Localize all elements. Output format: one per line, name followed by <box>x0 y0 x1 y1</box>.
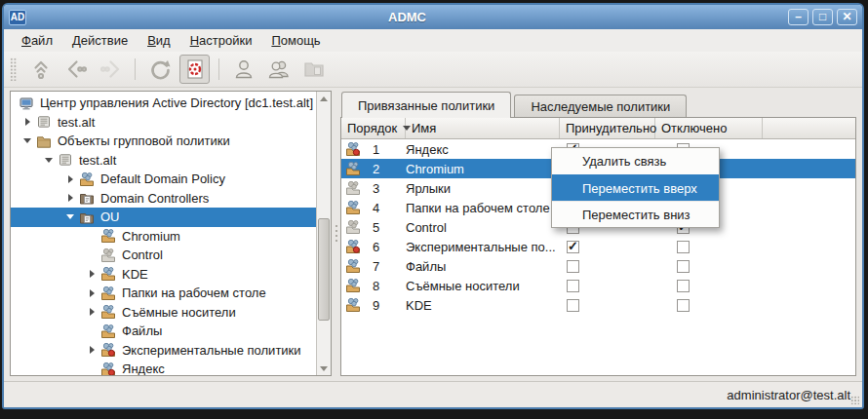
gpo-icon <box>100 286 116 301</box>
tree-item-control[interactable]: Control <box>11 246 316 265</box>
minimize-button[interactable]: – <box>788 9 809 25</box>
policies-panel: Привязанные политики Наследуемые политик… <box>340 91 856 376</box>
forced-checkbox[interactable] <box>567 280 579 292</box>
domain-icon <box>58 152 73 168</box>
gpo-grey-icon <box>100 248 116 263</box>
policies-filter-button[interactable] <box>179 55 210 84</box>
close-button[interactable]: ✕ <box>837 9 857 25</box>
expander-collapsed-icon[interactable] <box>83 346 100 354</box>
expander-collapsed-icon[interactable] <box>83 270 100 278</box>
table-row[interactable]: 6 Экспериментальные по... <box>341 237 855 256</box>
table-row[interactable]: 7 Файлы <box>341 256 855 276</box>
create-user-icon <box>232 57 256 81</box>
expander-collapsed-icon[interactable] <box>83 289 100 297</box>
tree-item-domain-controllers[interactable]: Domain Controllers <box>11 189 316 209</box>
gpo-icon <box>100 324 116 339</box>
tree-item-chromium[interactable]: Chromium <box>11 227 316 247</box>
toolbar-drag-handle-icon[interactable] <box>10 57 17 81</box>
disabled-checkbox[interactable] <box>677 241 690 253</box>
column-header-forced[interactable]: Принудительно <box>560 118 655 138</box>
refresh-icon <box>148 57 172 81</box>
tab-linked-policies[interactable]: Привязанные политики <box>341 92 511 118</box>
expander-collapsed-icon[interactable] <box>19 118 36 126</box>
tree-item-files[interactable]: Файлы <box>11 322 316 341</box>
gpo-icon <box>345 258 361 274</box>
disabled-checkbox[interactable] <box>677 299 690 312</box>
tab-inherited-policies[interactable]: Наследуемые политики <box>514 95 687 117</box>
expander-collapsed-icon[interactable] <box>61 175 79 183</box>
console-tree-panel: Центр управления Active Directory [dc1.t… <box>10 91 332 376</box>
console-tree: Центр управления Active Directory [dc1.t… <box>11 92 316 375</box>
tree-item-kde[interactable]: KDE <box>11 265 316 285</box>
menu-action[interactable]: Действие <box>64 31 136 50</box>
tree-item-experimental-policies[interactable]: Экспериментальные политики <box>11 341 316 361</box>
menu-settings[interactable]: Настройки <box>182 31 260 50</box>
context-menu: Удалить связь Переместить вверх Перемест… <box>551 147 720 228</box>
expander-expanded-icon[interactable] <box>19 138 36 143</box>
disabled-checkbox[interactable] <box>677 260 690 273</box>
gpo-grey-icon <box>345 219 361 235</box>
expander-expanded-icon[interactable] <box>61 214 79 219</box>
forced-checkbox[interactable] <box>567 260 579 273</box>
refresh-button[interactable] <box>144 55 175 84</box>
gpo-grey-icon <box>345 180 361 196</box>
menu-help[interactable]: Помощь <box>263 31 328 50</box>
scroll-up-icon[interactable] <box>317 92 331 105</box>
policies-filter-icon <box>183 57 207 81</box>
tree-item-domain[interactable]: test.alt <box>11 113 316 133</box>
toolbar-separator <box>135 58 136 80</box>
create-user-button[interactable] <box>228 55 258 84</box>
tree-item-root[interactable]: Центр управления Active Directory [dc1.t… <box>11 94 316 113</box>
menu-item-delete-link[interactable]: Удалить связь <box>552 148 719 174</box>
disabled-checkbox[interactable] <box>677 280 690 292</box>
gpo-icon <box>100 304 116 320</box>
tree-item-gpo-objects[interactable]: Объекты групповой политики <box>11 132 316 151</box>
tree-item-removable-media[interactable]: Съёмные носители <box>11 303 316 323</box>
tree-scrollbar[interactable] <box>316 92 331 375</box>
tree-item-default-domain-policy[interactable]: Default Domain Policy <box>11 170 316 189</box>
scrollbar-thumb[interactable] <box>318 218 330 321</box>
scroll-down-icon[interactable] <box>317 362 331 375</box>
menu-file[interactable]: Файл <box>14 31 60 50</box>
column-header-disabled[interactable]: Отключено <box>655 118 763 138</box>
toolbar-separator <box>218 58 219 80</box>
expander-collapsed-icon[interactable] <box>83 308 100 316</box>
column-header-order[interactable]: Порядок <box>341 118 406 138</box>
tree-item-yandex[interactable]: Яндекс <box>11 360 316 375</box>
gpo-red-icon <box>345 239 361 254</box>
tree-item-gpo-domain[interactable]: test.alt <box>11 151 316 171</box>
forced-checkbox[interactable] <box>567 299 579 312</box>
forced-checkbox[interactable] <box>567 241 579 253</box>
menu-view[interactable]: Вид <box>139 31 178 50</box>
admc-window: AD ADMC – □ ✕ Файл Действие Вид Настройк… <box>2 3 864 409</box>
titlebar[interactable]: AD ADMC – □ ✕ <box>4 5 862 29</box>
tree-item-ou[interactable]: OU <box>11 208 316 227</box>
create-ou-icon <box>302 57 326 81</box>
panel-splitter[interactable] <box>332 91 340 376</box>
gpo-icon <box>100 266 116 282</box>
go-up-icon <box>29 57 53 81</box>
logged-in-user: administrator@test.alt <box>727 388 850 402</box>
column-header-name[interactable]: Имя <box>406 118 560 138</box>
ou-icon <box>79 210 95 225</box>
gpo-icon <box>100 228 116 244</box>
domain-icon <box>36 114 52 130</box>
gpo-icon <box>345 200 361 215</box>
gpo-icon <box>345 278 361 293</box>
tree-item-desktop-folders[interactable]: Папки на рабочем столе <box>11 284 316 303</box>
forward-button <box>96 55 126 84</box>
menu-item-move-down[interactable]: Переместить вниз <box>552 201 719 227</box>
go-up-button[interactable] <box>25 55 56 84</box>
create-ou-button <box>298 55 329 84</box>
statusbar: administrator@test.alt <box>4 381 862 407</box>
table-row[interactable]: 9 KDE <box>341 295 855 315</box>
table-row[interactable]: 8 Съёмные носители <box>341 276 855 295</box>
gpo-red-icon <box>100 342 116 358</box>
back-button[interactable] <box>60 55 91 84</box>
expander-collapsed-icon[interactable] <box>61 194 79 202</box>
create-group-button[interactable] <box>263 55 294 84</box>
menu-item-move-up[interactable]: Переместить вверх <box>552 174 719 201</box>
expander-expanded-icon[interactable] <box>40 158 58 163</box>
resize-grip-icon[interactable] <box>850 396 859 404</box>
maximize-button[interactable]: □ <box>812 9 833 25</box>
